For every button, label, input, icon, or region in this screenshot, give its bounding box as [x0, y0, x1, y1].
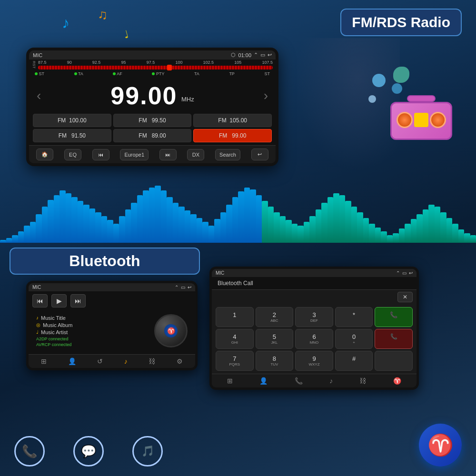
eq-bar [321, 203, 327, 243]
phone-key-9[interactable]: 9WXYZ [295, 351, 333, 371]
eq-bar [345, 201, 351, 243]
bubble-1 [372, 74, 386, 87]
phone-nav-bluetooth-button[interactable]: ♈ [393, 377, 401, 385]
bt-a2dp-status: A2DP connected [36, 337, 149, 341]
fm-prev-button[interactable]: ‹ [37, 88, 41, 103]
eq-bar [268, 207, 274, 243]
eq-bar [89, 208, 96, 243]
bt-play-button[interactable]: ▶ [51, 294, 67, 307]
fm-progress-track[interactable] [38, 66, 273, 69]
phone-end-button[interactable]: 📞 [375, 329, 413, 349]
phone-key-2[interactable]: 2ABC [256, 307, 294, 327]
bt-nav-link-button[interactable]: ⛓ [149, 357, 155, 365]
phone-bottom-bar: ⊞ 👤 📞 ♪ ⛓ ♈ [212, 374, 416, 387]
fm-progress-thumb [167, 65, 172, 70]
fm-mode-dot-st [35, 72, 38, 75]
bottom-icons-row: 📞 💬 🎵 [14, 436, 163, 466]
fm-next-button[interactable]: › [264, 88, 268, 103]
eq-bar [119, 216, 125, 243]
bt-artist-icon: ♩ [36, 329, 39, 335]
eq-bar [262, 201, 268, 243]
bt-nav-phone-button[interactable]: ↺ [97, 357, 103, 365]
bt-track-title: Music Title [41, 315, 66, 321]
eq-bar [149, 188, 155, 243]
phone-delete-row: ✕ [212, 290, 416, 304]
phone-key-5[interactable]: 5JKL [256, 329, 294, 349]
fm-presets-grid: FM 100.00 FM 99.50 FM 105.00 FM 91.50 FM… [29, 114, 276, 145]
bt-nav-settings-button[interactable]: ⚙ [177, 357, 183, 365]
phone-nav-link-button[interactable]: ⛓ [359, 377, 366, 385]
fm-preset-2[interactable]: FM 99.50 [113, 114, 192, 127]
phone-keypad: 1 2ABC 3DEF * 📞 4GHI 5JKL 6MNO 0+ 📞 7PQR… [212, 304, 416, 374]
eq-bar [155, 186, 161, 243]
fm-mode-ta2: TA [194, 71, 199, 76]
phone-nav-phone-button[interactable]: 📞 [295, 377, 303, 385]
eq-bar [387, 235, 393, 243]
fm-preset-3[interactable]: FM 105.00 [193, 114, 272, 127]
phone-nav-grid-button[interactable]: ⊞ [227, 377, 233, 385]
fm-preset-5[interactable]: FM 89.00 [113, 129, 192, 142]
eq-bar [42, 207, 48, 243]
fm-search-button[interactable]: Search [215, 149, 240, 160]
eq-bar [423, 209, 429, 243]
fm-preset-1[interactable]: FM 100.00 [33, 114, 111, 127]
bt-topbar-mic: MIC [32, 285, 41, 290]
phone-feature-icon: 📞 [14, 436, 45, 466]
fm-preset-6[interactable]: FM 99.00 [193, 129, 272, 142]
fm-topbar-time: 01:00 [238, 52, 251, 58]
fm-frequency-value: 99.00 [110, 82, 177, 109]
bt-avrcp-status: AVRCP connected [36, 342, 149, 347]
phone-key-1[interactable]: 1 [216, 307, 254, 327]
fm-back-button[interactable]: ↩ [251, 149, 268, 160]
phone-key-7[interactable]: 7PQRS [216, 351, 254, 371]
bt-album-icon: ◎ [36, 322, 40, 327]
phone-key-star[interactable]: * [335, 307, 373, 327]
eq-bar [30, 222, 36, 243]
phone-key-hash[interactable]: # [335, 351, 373, 371]
phone-call-button[interactable]: 📞 [375, 307, 413, 327]
phone-key-3[interactable]: 3DEF [295, 307, 333, 327]
eq-bar [381, 231, 387, 243]
bt-next-button[interactable]: ⏭ [70, 294, 86, 307]
eq-bar [357, 212, 363, 243]
phone-nav-music-button[interactable]: ♪ [329, 377, 333, 385]
bt-nav-person-button[interactable]: 👤 [68, 357, 76, 365]
phone-key-4[interactable]: 4GHI [216, 329, 254, 349]
phone-key-0[interactable]: 0+ [335, 329, 373, 349]
bt-music-icon: ♪ [36, 315, 39, 320]
eq-bar [393, 233, 399, 243]
eq-bar [101, 216, 108, 243]
eq-bar [202, 222, 208, 243]
eq-bar [167, 197, 173, 243]
phone-topbar-chevron-icon: ⌃ [396, 270, 400, 276]
bt-prev-button[interactable]: ⏮ [32, 294, 48, 307]
eq-bar [137, 195, 143, 243]
phone-key-8[interactable]: 8TUV [256, 351, 294, 371]
bt-track-artist: Music Artist [41, 329, 68, 335]
fm-preset-4[interactable]: FM 91.50 [33, 129, 111, 142]
phone-nav-person-button[interactable]: 👤 [259, 377, 268, 385]
fm-home-button[interactable]: 🏠 [36, 149, 53, 160]
eq-bar [351, 207, 357, 243]
fm-mode-dot-pty [152, 72, 155, 75]
fm-prev-track-button[interactable]: ⏮ [92, 149, 109, 160]
bt-playback-controls: ⏮ ▶ ⏭ [32, 294, 191, 307]
eq-bar [71, 197, 78, 243]
fm-station-label[interactable]: Europe1 [120, 149, 149, 160]
eq-bar [36, 214, 42, 243]
eq-bar [190, 214, 197, 243]
bt-track-album: Music Album [43, 322, 72, 328]
eq-bar [428, 205, 435, 243]
eq-bar [197, 218, 203, 243]
fm-dx-button[interactable]: DX [187, 149, 204, 160]
bt-nav-grid-button[interactable]: ⊞ [41, 357, 47, 365]
phone-header: Bluetooth Call [212, 277, 416, 290]
phone-key-6[interactable]: 6MNO [295, 329, 333, 349]
bt-nav-music-button[interactable]: ♪ [124, 357, 128, 365]
eq-bar [78, 201, 84, 243]
fm-eq-button[interactable]: EQ [64, 149, 81, 160]
equalizer-overlay [0, 181, 476, 243]
fm-next-track-button[interactable]: ⏭ [159, 149, 177, 160]
fm-mode-row: ST TA AF PTY TA TP ST [29, 70, 276, 78]
phone-delete-button[interactable]: ✕ [397, 292, 413, 302]
